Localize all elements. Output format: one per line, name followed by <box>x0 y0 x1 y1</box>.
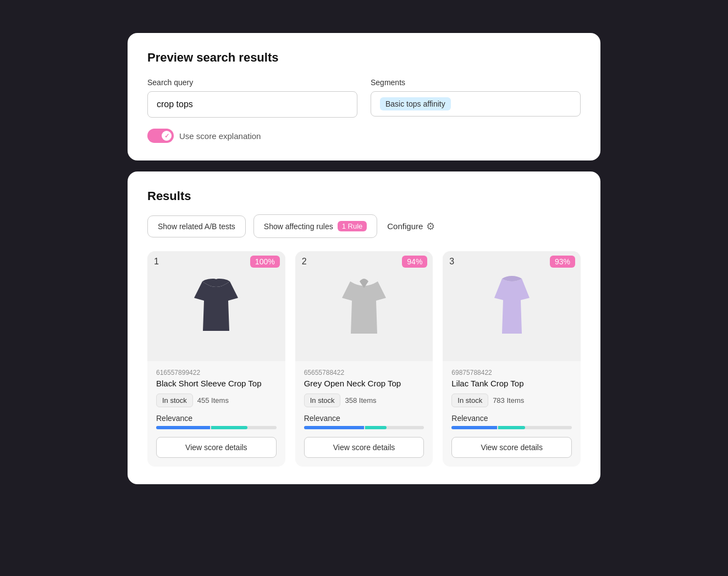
product-rank: 2 <box>302 257 307 267</box>
relevance-bar <box>304 426 424 429</box>
stock-count: 455 Items <box>197 396 229 405</box>
relevance-label: Relevance <box>451 414 572 423</box>
relevance-label: Relevance <box>156 414 277 423</box>
rules-badge: 1 Rule <box>338 221 367 231</box>
product-image-area: 3 93% <box>443 251 581 361</box>
product-image <box>295 251 433 361</box>
stock-badge: In stock <box>451 394 488 407</box>
segments-input[interactable]: Basic tops affinity <box>371 91 581 117</box>
toggle-check-icon <box>162 131 172 141</box>
stock-badge: In stock <box>304 394 341 407</box>
stock-count: 358 Items <box>345 396 376 405</box>
product-image <box>443 251 581 361</box>
search-input[interactable] <box>147 91 357 118</box>
main-wrapper: Preview search results Search query Segm… <box>128 33 600 484</box>
actions-row: Show related A/B tests Show affecting ru… <box>147 214 581 238</box>
product-image-area: 1 100% <box>147 251 285 361</box>
stock-row: In stock 455 Items <box>156 394 277 407</box>
affecting-rules-label: Show affecting rules <box>264 222 333 231</box>
results-card: Results Show related A/B tests Show affe… <box>128 171 600 484</box>
search-card: Preview search results Search query Segm… <box>128 33 600 160</box>
product-id: 65655788422 <box>304 369 424 376</box>
affecting-rules-button[interactable]: Show affecting rules 1 Rule <box>253 214 377 238</box>
product-image-area: 2 94% <box>295 251 433 361</box>
search-row: Search query Segments Basic tops affinit… <box>147 78 581 118</box>
product-info: 616557899422 Black Short Sleeve Crop Top… <box>147 361 285 467</box>
product-id: 616557899422 <box>156 369 277 376</box>
product-card: 2 94% 65655788422 Grey Open Neck Crop To… <box>295 251 433 467</box>
product-name: Lilac Tank Crop Top <box>451 379 572 388</box>
product-rank: 1 <box>154 257 159 267</box>
score-explanation-row: Use score explanation <box>147 129 581 143</box>
product-info: 69875788422 Lilac Tank Crop Top In stock… <box>443 361 581 467</box>
product-name: Black Short Sleeve Crop Top <box>156 379 277 388</box>
view-score-button[interactable]: View score details <box>451 437 572 458</box>
results-title: Results <box>147 189 581 203</box>
query-field-group: Search query <box>147 78 357 118</box>
gear-icon: ⚙ <box>426 220 435 232</box>
relevance-bar <box>451 426 572 429</box>
view-score-button[interactable]: View score details <box>304 437 424 458</box>
product-card: 3 93% 69875788422 Lilac Tank Crop Top In… <box>443 251 581 467</box>
ab-tests-button[interactable]: Show related A/B tests <box>147 215 246 237</box>
segments-field-group: Segments Basic tops affinity <box>371 78 581 117</box>
segments-label: Segments <box>371 78 581 87</box>
score-label: Use score explanation <box>179 131 261 141</box>
product-score: 93% <box>550 256 575 268</box>
score-toggle[interactable] <box>147 129 174 143</box>
product-info: 65655788422 Grey Open Neck Crop Top In s… <box>295 361 433 467</box>
relevance-bar <box>156 426 277 429</box>
configure-label: Configure <box>387 221 423 231</box>
stock-count: 783 Items <box>493 396 524 405</box>
product-score: 100% <box>250 256 280 268</box>
stock-row: In stock 358 Items <box>304 394 424 407</box>
products-row: 1 100% 616557899422 Black Short Sleeve C… <box>147 251 581 467</box>
relevance-bar-teal <box>211 426 247 429</box>
toggle-track <box>147 129 174 143</box>
product-id: 69875788422 <box>451 369 572 376</box>
product-card: 1 100% 616557899422 Black Short Sleeve C… <box>147 251 285 467</box>
product-rank: 3 <box>449 257 454 267</box>
relevance-label: Relevance <box>304 414 424 423</box>
segment-tag: Basic tops affinity <box>380 97 451 110</box>
relevance-bar-blue <box>156 426 210 429</box>
page-title: Preview search results <box>147 51 581 65</box>
relevance-bar-teal <box>365 426 387 429</box>
product-name: Grey Open Neck Crop Top <box>304 379 424 388</box>
stock-row: In stock 783 Items <box>451 394 572 407</box>
product-score: 94% <box>402 256 427 268</box>
relevance-bar-teal <box>498 426 525 429</box>
stock-badge: In stock <box>156 394 193 407</box>
product-image <box>147 251 285 361</box>
query-label: Search query <box>147 78 357 87</box>
configure-button[interactable]: Configure ⚙ <box>387 220 435 232</box>
relevance-bar-blue <box>304 426 364 429</box>
relevance-bar-blue <box>451 426 497 429</box>
view-score-button[interactable]: View score details <box>156 437 277 458</box>
